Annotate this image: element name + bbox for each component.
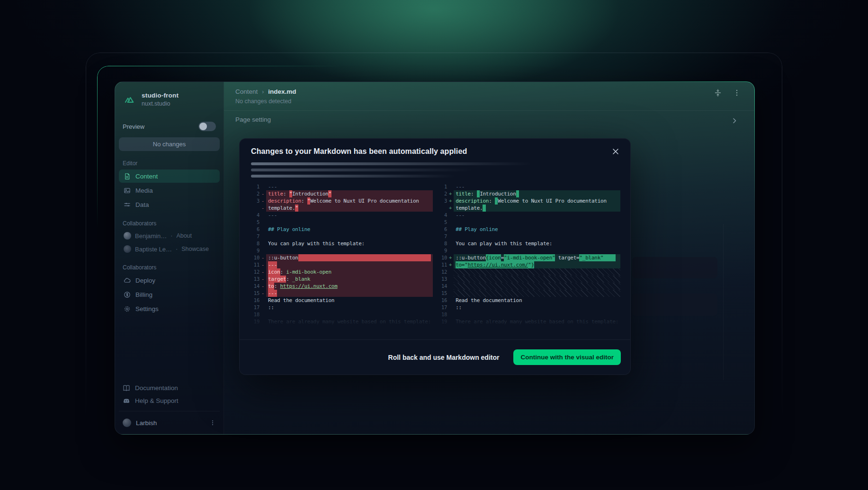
user-avatar xyxy=(123,419,131,427)
change-status: No changes detected xyxy=(224,95,754,105)
cloud-icon xyxy=(124,277,131,284)
sliders-icon xyxy=(124,201,131,208)
breadcrumb-parent[interactable]: Content xyxy=(235,88,258,95)
documentation-link[interactable]: Documentation xyxy=(119,382,220,394)
diff-row: 1--- xyxy=(438,183,620,190)
section-label-editor: Editor xyxy=(123,160,216,167)
sidebar-item-content[interactable]: Content xyxy=(119,169,220,183)
section-label-collaborators: Collaborators xyxy=(123,220,216,227)
toggle-knob xyxy=(199,123,207,130)
separator-dot: · xyxy=(170,232,172,239)
sidebar-item-media[interactable]: Media xyxy=(119,184,220,197)
diff-row: 15---- xyxy=(250,290,433,297)
dollar-circle-icon xyxy=(124,291,131,298)
close-icon[interactable] xyxy=(610,146,621,157)
diff-row: 10-::u-button xyxy=(250,254,433,261)
page-setting-label[interactable]: Page setting xyxy=(235,116,271,123)
sidebar-item-settings[interactable]: Settings xyxy=(119,302,220,315)
collaborator-name: Baptiste Le… xyxy=(135,246,172,253)
sidebar-item-billing[interactable]: Billing xyxy=(119,288,220,301)
collaborator-name: Benjamin… xyxy=(135,232,167,240)
project-org: nuxt.studio xyxy=(142,100,179,107)
diff-row: 5 xyxy=(250,219,433,226)
continue-visual-editor-button[interactable]: Continue with the visual editor xyxy=(513,349,621,365)
collaborator-row[interactable]: Baptiste Le… · Showcase xyxy=(119,243,220,255)
diff-row: 14 xyxy=(438,283,620,290)
diff-row: 17:: xyxy=(438,304,620,311)
collaborator-page: About xyxy=(176,232,192,239)
section-label-project: Collaborators xyxy=(123,264,216,271)
help-support-label: Help & Support xyxy=(135,397,179,404)
diff-row: 12 xyxy=(438,268,620,276)
diff-row: 19There are already many website based o… xyxy=(250,318,433,325)
diff-row: 4--- xyxy=(438,212,620,219)
sidebar-item-label: Content xyxy=(135,173,158,180)
document-icon xyxy=(124,173,131,180)
preview-label: Preview xyxy=(123,123,144,130)
user-menu[interactable]: Larbish xyxy=(119,415,220,430)
diff-row: 3+description: Welcome to Nuxt UI Pro do… xyxy=(438,197,620,205)
markdown-changes-modal: Changes to your Markdown has been automa… xyxy=(239,138,631,375)
no-changes-button[interactable]: No changes xyxy=(119,137,220,151)
collaborator-page: Showcase xyxy=(181,246,209,252)
diff-row: 5 xyxy=(438,219,620,226)
diff-pane-before: 1---2-title: "Introduction"3-description… xyxy=(250,183,433,327)
diff-row: 16Read the documentation xyxy=(438,297,620,304)
diff-row: 18 xyxy=(250,311,433,318)
diff-row: 13-target: _blank xyxy=(250,276,433,283)
diff-row: 3-description: "Welcome to Nuxt UI Pro d… xyxy=(250,197,433,205)
nuxt-logo-icon xyxy=(124,93,136,106)
sidebar-item-label: Data xyxy=(135,201,149,208)
chevron-right-icon[interactable] xyxy=(731,117,738,125)
form-field-skeleton xyxy=(632,257,717,278)
panel-edge xyxy=(723,224,724,380)
diff-pane-after: 1---2+title: Introduction 3+description:… xyxy=(438,183,620,327)
diff-row: 14-to: https://ui.nuxt.com xyxy=(250,283,433,290)
diff-row: 8You can play with this template: xyxy=(250,240,433,247)
kebab-menu-icon[interactable] xyxy=(209,419,216,426)
diff-row: 15 xyxy=(438,290,620,297)
project-name: studio-front xyxy=(142,92,179,99)
diff-row: +template. xyxy=(438,205,620,212)
diff-row: 12-icon: i-mdi-book-open xyxy=(250,268,433,276)
project-switcher[interactable]: studio-front nuxt.studio xyxy=(119,89,220,110)
diff-row: 1--- xyxy=(250,183,433,190)
user-name: Larbish xyxy=(136,419,157,427)
diff-row: 11+to="https://ui.nuxt.com/"} xyxy=(438,261,620,268)
gear-icon xyxy=(124,305,131,312)
diff-row: -template." xyxy=(250,205,433,212)
breadcrumb-current[interactable]: index.md xyxy=(268,88,296,95)
diff-row: 13 xyxy=(438,276,620,283)
avatar xyxy=(124,245,131,253)
diff-row: 11---- xyxy=(250,261,433,268)
image-icon xyxy=(124,187,131,194)
form-field-skeleton xyxy=(632,294,717,316)
sidebar-item-data[interactable]: Data xyxy=(119,198,220,211)
divider xyxy=(224,110,754,111)
diff-row: 2+title: Introduction xyxy=(438,190,620,197)
diff-row: 6## Play online xyxy=(438,226,620,233)
chevron-right-icon: › xyxy=(262,89,264,95)
diff-row: 17:: xyxy=(250,304,433,311)
collaborator-row[interactable]: Benjamin… · About xyxy=(119,230,220,242)
preview-toggle[interactable] xyxy=(198,122,216,131)
diff-row: 16Read the documentation xyxy=(250,297,433,304)
description-skeleton xyxy=(251,169,473,171)
modal-title: Changes to your Markdown has been automa… xyxy=(251,147,619,156)
description-skeleton xyxy=(251,162,531,165)
help-support-link[interactable]: Help & Support xyxy=(119,394,220,407)
documentation-label: Documentation xyxy=(135,384,178,392)
diff-row: 4--- xyxy=(250,212,433,219)
rollback-button[interactable]: Roll back and use Markdown editor xyxy=(388,354,500,361)
window-menu-kebab-icon[interactable] xyxy=(733,89,741,97)
sidebar: studio-front nuxt.studio Preview No chan… xyxy=(115,82,224,434)
merge-arrows-icon[interactable] xyxy=(714,89,722,97)
sidebar-item-deploy[interactable]: Deploy xyxy=(119,274,220,287)
diff-row: 9 xyxy=(438,247,620,254)
discord-icon xyxy=(123,397,130,405)
diff-row: 7 xyxy=(250,233,433,240)
book-icon xyxy=(123,384,130,392)
sidebar-item-label: Settings xyxy=(135,305,159,312)
sidebar-item-label: Billing xyxy=(135,291,152,298)
diff-view: 1---2-title: "Introduction"3-description… xyxy=(240,178,630,327)
